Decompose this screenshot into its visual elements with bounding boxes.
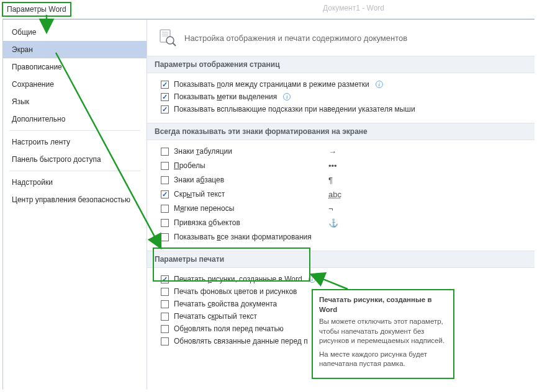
option-tooltips[interactable]: Показывать всплывающие подсказки при нав… [161, 103, 527, 115]
tooltip-body-1: Вы можете отключить этот параметр, чтобы… [319, 317, 447, 346]
window-title-text: Параметры Word [7, 5, 66, 14]
checkbox[interactable] [161, 190, 169, 198]
panel-title: Настройка отображения и печати содержимо… [184, 33, 407, 43]
sidebar-item-customize-ribbon[interactable]: Настроить ленту [3, 133, 147, 151]
checkbox[interactable] [161, 233, 169, 241]
checkbox[interactable] [161, 105, 169, 114]
sidebar-item-language[interactable]: Язык [3, 93, 147, 110]
tooltip-body-2: На месте каждого рисунка будет напечатан… [319, 350, 447, 369]
checkbox[interactable] [161, 219, 169, 227]
checkbox[interactable] [161, 300, 169, 308]
sidebar-item-trust-center[interactable]: Центр управления безопасностью [3, 191, 147, 208]
svg-line-5 [173, 43, 176, 46]
sidebar-separator [9, 130, 140, 131]
checkbox[interactable] [161, 205, 169, 213]
option-label: Показывать всплывающие подсказки при нав… [174, 105, 415, 114]
option-object-anchors[interactable]: Привязка объектов [161, 216, 328, 229]
info-icon[interactable]: i [309, 275, 316, 283]
option-label: Скрытый текст [174, 190, 225, 198]
option-show-all[interactable]: Показывать все знаки форматирования [161, 231, 328, 243]
option-label: Мягкие переносы [174, 204, 234, 213]
sidebar-item-proofing[interactable]: Правописание [3, 58, 147, 76]
symbol-tab: → [328, 145, 347, 158]
panel-header: Настройка отображения и печати содержимо… [147, 26, 535, 56]
symbol-paragraph: ¶ [328, 174, 347, 186]
option-highlight-marks[interactable]: Показывать метки выделения i [161, 91, 527, 103]
option-hidden-text[interactable]: Скрытый текст [161, 188, 328, 200]
sidebar-item-advanced[interactable]: Дополнительно [3, 110, 147, 128]
display-options-icon [158, 29, 177, 47]
checkbox[interactable] [161, 325, 169, 333]
window-title: Параметры Word [2, 2, 71, 17]
info-icon[interactable]: i [376, 81, 383, 88]
option-label: Печатать свойства документа [174, 300, 277, 308]
option-label: Обновлять поля перед печатью [174, 324, 284, 333]
option-label: Привязка объектов [174, 218, 240, 227]
checkbox[interactable] [161, 148, 169, 156]
sidebar-item-addins[interactable]: Надстройки [3, 174, 147, 191]
symbol-spaces: ••• [328, 159, 347, 172]
option-label: Пробелы [174, 161, 205, 170]
option-label: Показывать все знаки форматирования [174, 233, 312, 241]
tooltip-title: Печатать рисунки, созданные в Word [319, 295, 447, 314]
option-label: Печать фоновых цветов и рисунков [174, 287, 297, 296]
checkbox[interactable] [161, 337, 169, 345]
option-label: Печатать рисунки, созданные в Word [174, 275, 302, 283]
sidebar-item-qat[interactable]: Панель быстрого доступа [3, 151, 147, 168]
option-label: Знаки абзацев [174, 176, 224, 184]
checkbox[interactable] [161, 93, 169, 101]
section-header-display: Параметры отображения страниц [147, 56, 535, 73]
option-print-drawings[interactable]: Печатать рисунки, созданные в Word i [161, 273, 527, 285]
checkbox[interactable] [161, 81, 169, 89]
option-optional-hyphens[interactable]: Мягкие переносы [161, 202, 328, 215]
sidebar-item-display[interactable]: Экран [3, 41, 147, 58]
sidebar-item-general[interactable]: Общие [3, 24, 147, 41]
category-sidebar: Общие Экран Правописание Сохранение Язык… [3, 20, 147, 390]
info-icon[interactable]: i [283, 93, 291, 100]
section-header-print: Параметры печати [147, 251, 535, 268]
option-label: Обновлять связанные данные перед п [174, 337, 308, 345]
option-label: Печатать скрытый текст [174, 312, 257, 321]
section-body-marks: Знаки табуляции → Пробелы ••• Знаки абза… [147, 140, 535, 251]
option-label: Показывать метки выделения [174, 92, 277, 101]
symbol-blank [328, 231, 347, 243]
section-header-marks: Всегда показывать эти знаки форматирован… [147, 123, 535, 140]
option-paragraph-marks[interactable]: Знаки абзацев [161, 174, 328, 186]
checkbox[interactable] [161, 275, 169, 283]
option-spaces[interactable]: Пробелы [161, 159, 328, 172]
symbol-hyphen: ¬ [328, 202, 347, 215]
section-body-display: Показывать поля между страницами в режим… [147, 73, 535, 123]
checkbox[interactable] [161, 288, 169, 296]
checkbox[interactable] [161, 162, 169, 170]
symbol-hidden: abc [328, 188, 347, 200]
document-hint: Документ1 - Word [323, 4, 384, 12]
sidebar-item-save[interactable]: Сохранение [3, 76, 147, 93]
dialog-frame: Общие Экран Правописание Сохранение Язык… [2, 19, 535, 390]
option-label: Знаки табуляции [174, 147, 232, 156]
option-label: Показывать поля между страницами в режим… [174, 80, 369, 89]
checkbox[interactable] [161, 313, 169, 321]
option-tab-marks[interactable]: Знаки табуляции [161, 145, 328, 158]
tooltip: Печатать рисунки, созданные в Word Вы мо… [312, 289, 454, 379]
checkbox[interactable] [161, 176, 169, 184]
option-white-space[interactable]: Показывать поля между страницами в режим… [161, 78, 527, 91]
symbol-anchor: ⚓ [328, 216, 347, 229]
sidebar-separator [9, 171, 140, 171]
